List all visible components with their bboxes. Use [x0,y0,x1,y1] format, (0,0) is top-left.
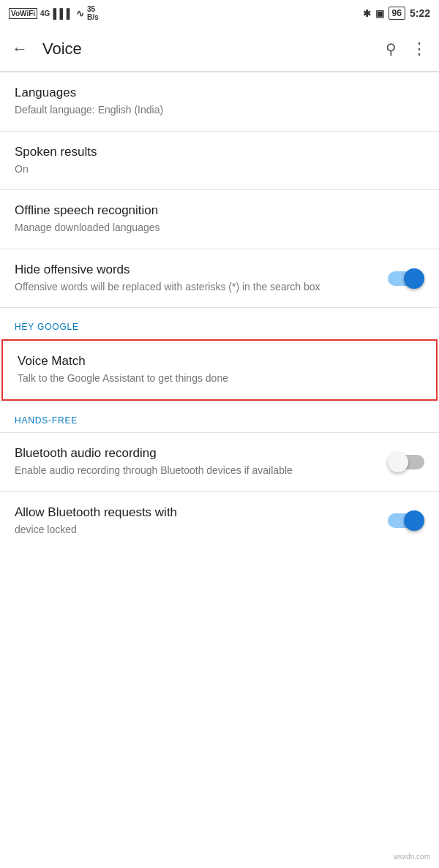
toggle-thumb-on2 [404,510,424,531]
status-left: VoWiFi 4G ▌▌▌ ∿ 35B/s [9,5,99,21]
hide-offensive-toggle[interactable] [388,268,424,289]
languages-subtitle: Default language: English (India) [15,103,424,118]
hide-offensive-content: Hide offensive words Offensive words wil… [15,263,379,295]
bluetooth-audio-title: Bluetooth audio recording [15,446,379,461]
hey-google-section-header: HEY GOOGLE [0,308,439,339]
bluetooth-audio-item[interactable]: Bluetooth audio recording Enable audio r… [0,433,439,491]
back-button[interactable]: ← [12,39,28,59]
offline-speech-title: Offline speech recognition [15,203,424,218]
voice-match-title: Voice Match [18,354,421,369]
status-bar: VoWiFi 4G ▌▌▌ ∿ 35B/s ✱ ▣ 96 5:22 [0,0,439,26]
watermark: wsxdn.com [391,851,433,862]
offline-speech-subtitle: Manage downloaded languages [15,221,424,235]
hide-offensive-subtitle: Offensive words will be replaced with as… [15,280,379,295]
signal-bars: ▌▌▌ [53,8,73,19]
vowifi-label: VoWiFi [9,8,37,19]
spoken-results-title: Spoken results [15,145,424,159]
spoken-results-content: Spoken results On [15,145,424,177]
allow-bluetooth-content: Allow Bluetooth requests with device loc… [15,505,379,537]
voice-match-content: Voice Match Talk to the Google Assistant… [18,354,421,386]
vibrate-icon: ▣ [375,8,384,19]
hands-free-section-header: HANDS-FREE [0,401,439,432]
allow-bluetooth-title: Allow Bluetooth requests with [15,505,379,520]
speed-label: 35B/s [87,5,99,21]
page-title: Voice [42,39,371,59]
bluetooth-audio-toggle[interactable] [388,452,424,472]
allow-bluetooth-subtitle: device locked [15,523,379,537]
search-button[interactable]: ⚲ [386,40,397,58]
toggle-thumb [404,268,424,289]
more-options-button[interactable]: ⋮ [411,39,427,59]
spoken-results-item[interactable]: Spoken results On [0,132,439,190]
wifi-icon: ∿ [76,8,84,19]
app-bar: ← Voice ⚲ ⋮ [0,26,439,72]
status-right: ✱ ▣ 96 5:22 [363,7,430,20]
hide-offensive-title: Hide offensive words [15,263,379,277]
languages-content: Languages Default language: English (Ind… [15,86,424,118]
hide-offensive-item[interactable]: Hide offensive words Offensive words wil… [0,249,439,308]
spoken-results-subtitle: On [15,162,424,177]
bluetooth-audio-content: Bluetooth audio recording Enable audio r… [15,446,379,478]
hands-free-label: HANDS-FREE [15,415,78,426]
signal-4g: 4G [40,10,50,18]
allow-bluetooth-toggle[interactable] [388,510,424,531]
voice-match-item[interactable]: Voice Match Talk to the Google Assistant… [1,339,438,401]
languages-item[interactable]: Languages Default language: English (Ind… [0,72,439,131]
offline-speech-item[interactable]: Offline speech recognition Manage downlo… [0,190,439,249]
hey-google-label: HEY GOOGLE [15,322,79,332]
toggle-thumb-off [388,452,408,472]
time-label: 5:22 [410,7,430,19]
languages-title: Languages [15,86,424,100]
battery-icon: 96 [389,7,405,20]
voice-match-subtitle: Talk to the Google Assistant to get thin… [18,371,421,386]
bluetooth-icon: ✱ [363,8,371,19]
offline-speech-content: Offline speech recognition Manage downlo… [15,203,424,235]
bluetooth-audio-subtitle: Enable audio recording through Bluetooth… [15,464,379,478]
allow-bluetooth-item[interactable]: Allow Bluetooth requests with device loc… [0,492,439,551]
